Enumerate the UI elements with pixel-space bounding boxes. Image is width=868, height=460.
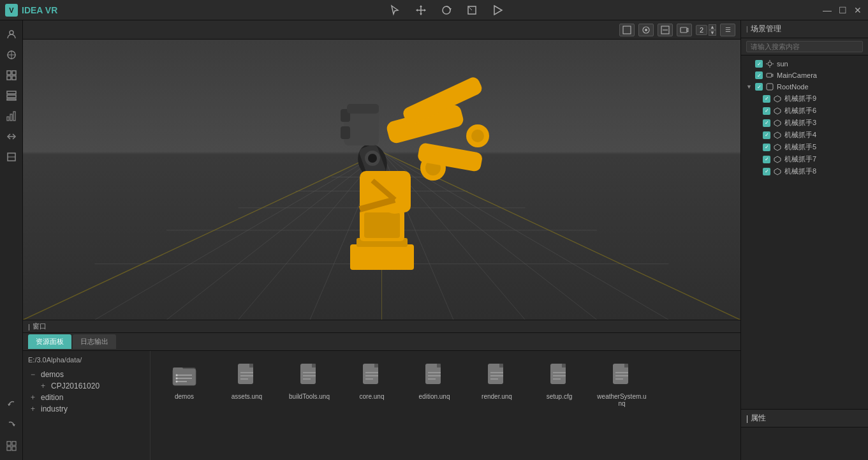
viewport-camera-button[interactable] — [677, 24, 692, 36]
file-item-core[interactable]: core.unq — [343, 356, 401, 411]
grid-icon[interactable] — [3, 66, 20, 84]
scene-item-arm8[interactable]: ✓ 机械抓手8 — [741, 165, 868, 177]
viewport-circle-button[interactable] — [638, 24, 654, 36]
tab-log-output[interactable]: 日志输出 — [73, 334, 116, 349]
svg-rect-138 — [767, 84, 773, 90]
3d-viewport[interactable] — [23, 40, 740, 320]
checkbox-arm6[interactable]: ✓ — [763, 107, 770, 115]
file-item-demos[interactable]: demos — [156, 356, 213, 411]
window-label: | 窗口 — [23, 320, 740, 333]
move-tool-button[interactable] — [413, 3, 429, 18]
transform-icon[interactable] — [3, 128, 20, 145]
tree-item-demos[interactable]: − demos — [28, 369, 145, 380]
maximize-button[interactable]: ☐ — [837, 5, 848, 15]
scene-search-input[interactable] — [746, 41, 863, 52]
right-sidebar: | 场景管理 ✓ — [740, 20, 868, 460]
toggle-industry[interactable]: + — [31, 404, 38, 413]
tree-label-cpj: CPJ20161020 — [51, 382, 99, 390]
close-button[interactable]: ✕ — [853, 5, 863, 15]
layers-icon[interactable] — [3, 148, 20, 166]
tree-subtree-demos: + CPJ20161020 — [28, 380, 145, 392]
svg-rect-122 — [562, 364, 566, 367]
checkbox-arm3[interactable]: ✓ — [763, 119, 770, 127]
left-sidebar — [0, 20, 23, 460]
mesh-icon-arm8 — [773, 167, 782, 176]
file-item-buildtools[interactable]: buildTools.unq — [281, 356, 338, 411]
checkbox-arm4[interactable]: ✓ — [763, 131, 770, 139]
file-icon-assets — [232, 360, 262, 390]
viewport-number-arrows[interactable]: ▲ ▼ — [709, 24, 716, 36]
file-item-weather[interactable]: weatherSystem.unq — [593, 356, 651, 411]
scene-label-arm4: 机械抓手4 — [784, 130, 816, 140]
file-icon-edition — [419, 360, 450, 390]
file-label-weather: weatherSystem.unq — [597, 393, 647, 407]
svg-rect-107 — [374, 364, 378, 367]
file-item-assets[interactable]: assets.unq — [218, 356, 276, 411]
svg-marker-40 — [687, 28, 688, 32]
scene-item-arm5[interactable]: ✓ 机械抓手5 — [741, 141, 868, 153]
chart-icon[interactable] — [3, 107, 20, 125]
scene-label-arm9: 机械抓手9 — [784, 94, 816, 103]
undo-icon[interactable] — [3, 396, 20, 414]
viewport-minus-button[interactable] — [658, 24, 673, 36]
tree-label-industry: industry — [41, 404, 68, 413]
node-icon — [765, 82, 774, 91]
file-tree: E:/3.0Alpha/data/ − demos + CPJ20161020 … — [23, 351, 151, 460]
file-item-render[interactable]: render.unq — [468, 356, 526, 411]
tree-item-edition[interactable]: + edition — [28, 392, 145, 403]
user-icon[interactable] — [3, 26, 20, 43]
scene-item-arm6[interactable]: ✓ 机械抓手6 — [741, 105, 868, 117]
tab-asset-panel[interactable]: 资源面板 — [28, 334, 71, 349]
settings-icon[interactable] — [3, 437, 20, 455]
scene-item-sun[interactable]: ✓ sun — [741, 58, 868, 70]
toggle-demos[interactable]: − — [31, 370, 38, 379]
minimize-button[interactable]: — — [822, 5, 832, 15]
checkbox-maincamera[interactable]: ✓ — [755, 71, 763, 79]
scene-item-arm4[interactable]: ✓ 机械抓手4 — [741, 129, 868, 141]
file-label-buildtools: buildTools.unq — [289, 393, 330, 400]
svg-point-94 — [176, 378, 178, 380]
titlebar: V IDEA VR — [0, 0, 868, 20]
svg-rect-16 — [12, 71, 16, 75]
checkbox-arm5[interactable]: ✓ — [763, 144, 770, 151]
viewport-number-down[interactable]: ▼ — [709, 30, 716, 36]
viewport-menu-button[interactable]: ☰ — [720, 24, 735, 36]
cursor-icon[interactable] — [3, 46, 20, 64]
folder-icon-demos — [169, 360, 200, 390]
tree-item-cpj[interactable]: + CPJ20161020 — [38, 380, 145, 392]
redo-icon[interactable] — [3, 417, 20, 434]
svg-rect-65 — [364, 212, 400, 238]
scene-item-maincamera[interactable]: ✓ MainCamera — [741, 70, 868, 81]
play-button[interactable] — [490, 3, 505, 18]
checkbox-arm9[interactable]: ✓ — [763, 95, 770, 103]
scene-item-arm7[interactable]: ✓ 机械抓手7 — [741, 153, 868, 165]
rootnode-expand[interactable]: ▼ — [746, 84, 753, 90]
file-icon-render — [482, 360, 512, 390]
svg-rect-82 — [341, 126, 350, 139]
rotate-tool-button[interactable] — [439, 3, 454, 18]
svg-rect-32 — [7, 447, 11, 450]
file-item-setup[interactable]: setup.cfg — [531, 356, 588, 411]
scene-item-arm9[interactable]: ✓ 机械抓手9 — [741, 93, 868, 105]
mesh-icon-arm4 — [773, 131, 782, 140]
file-label-demos: demos — [175, 393, 194, 400]
select-tool-button[interactable] — [388, 3, 403, 18]
scale-tool-button[interactable] — [464, 3, 480, 18]
toggle-edition[interactable]: + — [31, 393, 38, 402]
viewport-number-up[interactable]: ▲ — [709, 24, 716, 30]
scene-item-rootnode[interactable]: ▼ ✓ RootNode — [741, 81, 868, 93]
checkbox-rootnode[interactable]: ✓ — [755, 83, 763, 91]
svg-marker-137 — [772, 74, 773, 77]
checkbox-arm8[interactable]: ✓ — [763, 168, 770, 175]
svg-point-78 — [471, 130, 484, 142]
scene-item-arm3[interactable]: ✓ 机械抓手3 — [741, 117, 868, 129]
layout-icon[interactable] — [3, 87, 20, 105]
file-item-edition[interactable]: edition.unq — [406, 356, 463, 411]
logo-icon: V — [5, 4, 18, 17]
checkbox-sun[interactable]: ✓ — [755, 60, 763, 68]
scene-label-arm3: 机械抓手3 — [784, 118, 816, 128]
checkbox-arm7[interactable]: ✓ — [763, 156, 770, 163]
tree-item-industry[interactable]: + industry — [28, 403, 145, 415]
svg-marker-142 — [774, 132, 781, 138]
viewport-layout-button[interactable] — [619, 24, 635, 36]
